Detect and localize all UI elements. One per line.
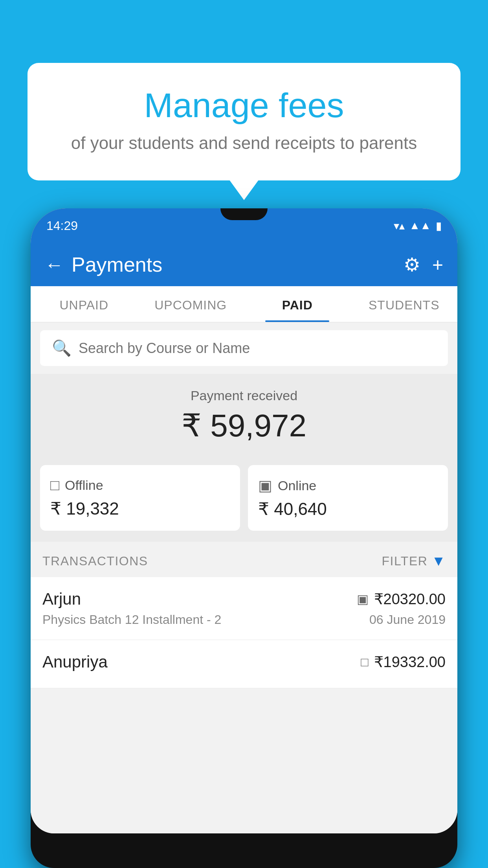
online-card: ▣ Online ₹ 40,640 [248,465,448,531]
speech-bubble: Manage fees of your students and send re… [28,63,460,180]
signal-icon: ▲▲ [409,219,431,232]
filter-icon: ▼ [431,553,446,569]
online-amount: ₹ 40,640 [258,499,438,519]
offline-icon: □ [50,477,59,494]
tab-unpaid[interactable]: UNPAID [31,286,138,322]
back-button[interactable]: ← [45,254,64,276]
search-icon: 🔍 [52,339,72,357]
add-icon[interactable]: + [432,254,443,276]
header-right: ⚙ + [404,254,443,276]
search-bar: 🔍 [40,330,448,366]
wifi-icon: ▾▴ [394,219,405,232]
header-left: ← Payments [45,253,162,276]
offline-card-header: □ Offline [50,477,230,494]
transaction-amount: ₹20320.00 [374,590,446,608]
transaction-amount: ₹19332.00 [374,653,446,671]
transactions-label: TRANSACTIONS [42,554,148,568]
transaction-amount-area: ▣ ₹20320.00 [357,590,446,608]
battery-icon: ▮ [436,219,442,232]
online-icon: ▣ [258,477,272,494]
app-header: ← Payments ⚙ + [31,243,457,286]
transaction-course: Physics Batch 12 Installment - 2 [42,612,221,627]
offline-payment-icon: □ [361,655,368,669]
settings-icon[interactable]: ⚙ [404,254,420,276]
online-payment-icon: ▣ [357,592,369,607]
phone-frame: 14:29 ▾▴ ▲▲ ▮ ← Payments ⚙ + UNPAID UPCO… [31,208,457,868]
transaction-top: Arjun ▣ ₹20320.00 [42,590,446,609]
tab-paid[interactable]: PAID [244,286,351,322]
filter-area[interactable]: FILTER ▼ [382,553,446,569]
online-label: Online [278,478,316,493]
tab-upcoming[interactable]: UPCOMING [138,286,244,322]
transaction-top: Anupriya □ ₹19332.00 [42,653,446,671]
search-input[interactable] [79,340,436,357]
offline-amount: ₹ 19,332 [50,498,230,519]
offline-card: □ Offline ₹ 19,332 [40,465,240,531]
transaction-bottom: Physics Batch 12 Installment - 2 06 June… [42,612,446,627]
payment-received-amount: ₹ 59,972 [31,407,457,444]
bubble-title: Manage fees [59,86,429,125]
transaction-amount-area: □ ₹19332.00 [361,653,446,671]
status-time: 14:29 [46,219,78,233]
phone-content: 🔍 Payment received ₹ 59,972 □ Offline ₹ … [31,322,457,833]
table-row[interactable]: Arjun ▣ ₹20320.00 Physics Batch 12 Insta… [31,577,457,640]
phone-inner: 14:29 ▾▴ ▲▲ ▮ ← Payments ⚙ + UNPAID UPCO… [31,208,457,833]
transaction-name: Arjun [42,590,81,609]
transaction-date: 06 June 2019 [369,612,446,627]
table-row[interactable]: Anupriya □ ₹19332.00 [31,640,457,688]
status-bar: 14:29 ▾▴ ▲▲ ▮ [31,208,457,243]
filter-label: FILTER [382,554,428,568]
transactions-header: TRANSACTIONS FILTER ▼ [31,542,457,577]
tab-students[interactable]: STUDENTS [351,286,458,322]
payment-received-label: Payment received [31,388,457,403]
transaction-name: Anupriya [42,653,108,671]
payment-summary: Payment received ₹ 59,972 [31,374,457,456]
tabs: UNPAID UPCOMING PAID STUDENTS [31,286,457,322]
payment-cards: □ Offline ₹ 19,332 ▣ Online ₹ 40,640 [31,456,457,542]
offline-label: Offline [65,478,103,493]
header-title: Payments [72,253,162,276]
status-icons: ▾▴ ▲▲ ▮ [394,219,442,232]
online-card-header: ▣ Online [258,477,438,494]
bubble-subtitle: of your students and send receipts to pa… [59,133,429,153]
